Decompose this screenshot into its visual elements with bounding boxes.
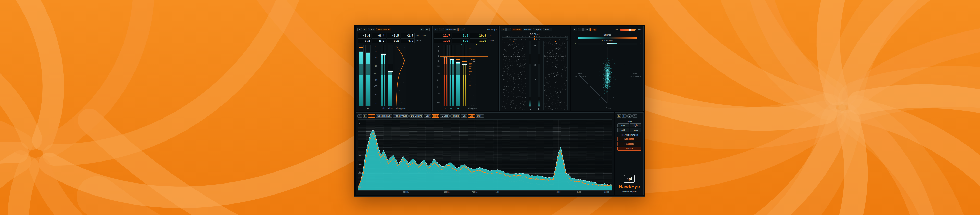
meter-peak-line (450, 59, 454, 59)
frequency-axis-label: 250Hz (403, 191, 409, 193)
button-label: Log (469, 115, 473, 117)
phase-f-button[interactable]: F (578, 28, 583, 32)
button-label: 1/3 Octave (411, 115, 422, 117)
spectrum-k-button[interactable]: K (357, 114, 362, 118)
hr-audio-check-title: HR Audio Check (615, 133, 643, 136)
solo-mid-button[interactable]: Mid (617, 128, 629, 132)
dc-offset-header: KFPatternDistribDepthInvert (500, 26, 570, 32)
meter-split (368, 45, 368, 106)
meter-fs-button[interactable]: FS▾ (368, 28, 375, 32)
gonio-right-label: Side Out of Phase (629, 72, 641, 78)
button-label: Monitor (626, 148, 633, 150)
button-label: Pattern (513, 29, 520, 31)
spectrum-fft-button[interactable]: FFT (368, 114, 375, 118)
balance-section: Balance L R Correlation -1 +1 (571, 32, 643, 45)
spectrum-hold-button[interactable]: Hold (431, 114, 439, 118)
meter-track (449, 45, 454, 106)
meter-hold-tick (359, 47, 363, 48)
chevron-down-icon: ▾ (481, 115, 482, 117)
spectrum-bar-button[interactable]: Bar (424, 114, 431, 118)
spectrum-1-3-octave-button[interactable]: 1/3 Octave (409, 114, 424, 118)
meter-track (359, 45, 364, 106)
hawkeye-plugin-window: KFFS▾RMS + EdR LR -0.4-0.4-0.5-2.7dBTP H… (354, 24, 645, 197)
scale-tick-label: -30 (372, 85, 379, 87)
spectrum-canvas (358, 120, 612, 191)
hr-transpose-button[interactable]: Transpose (617, 142, 641, 146)
chevron-down-icon: ▾ (455, 29, 456, 31)
side-f-button[interactable]: F (622, 114, 627, 118)
bit-channel-label: R (538, 108, 540, 110)
hr-monitor-button[interactable]: Monitor (617, 147, 641, 151)
loudness-item-button[interactable]: ---▾ (458, 28, 465, 32)
meter-bar (462, 45, 467, 110)
solo-left-button[interactable]: Left (617, 124, 629, 127)
bit-hold-tick (538, 42, 540, 42)
dc-pattern-button[interactable]: Pattern (512, 28, 522, 32)
button-label: F (364, 115, 366, 117)
solo-side-button[interactable]: Side (630, 128, 641, 132)
correlation-max-label: +1 (638, 42, 641, 45)
gonio-left-label: Side Out of Phase (574, 72, 586, 78)
meter-rms-edr-button[interactable]: RMS + EdR (376, 28, 391, 32)
dc-invert-button[interactable]: Invert (543, 28, 552, 32)
meter-peak-line (381, 54, 386, 55)
side-k-button[interactable]: K (617, 114, 621, 118)
dc-k-button[interactable]: K (501, 28, 506, 32)
slider-knob[interactable] (628, 29, 631, 31)
solo-right-button[interactable]: Right (630, 124, 641, 127)
side-pencil-icon-button[interactable]: ✎ (632, 114, 638, 118)
frequency-axis-label: 500Hz (444, 191, 449, 193)
spectrum-r-solo-button[interactable]: R Solo (450, 114, 460, 118)
pattern-display-left (502, 41, 526, 110)
chevron-down-icon: ▾ (463, 29, 464, 31)
button-label: Spectrogram (377, 115, 391, 117)
side-l-button[interactable]: L (627, 114, 632, 118)
spectrum-pano-phase-button[interactable]: Pano/Phase (393, 114, 409, 118)
loudness-f-button[interactable]: F (439, 28, 444, 32)
scale-tick-label: -24 (372, 79, 379, 81)
meter-k-button[interactable]: K (357, 28, 362, 32)
scale-tick-label: -6 (372, 56, 379, 58)
peak-readouts: -0.4-0.4-0.5-2.7dBTP Hold-0.8-0.7-0.8-4.… (356, 32, 431, 43)
spectrum-l-solo-button[interactable]: L Solo (440, 114, 450, 118)
hr-audio-check-buttons: BandpassTransposeMonitor (615, 137, 643, 151)
loudness-readouts: 11.78.810.9LU-12.0-8.9-11.0LUFS (433, 32, 498, 43)
button-label: F (579, 29, 581, 31)
hr-bandpass-button[interactable]: Bandpass (617, 137, 641, 141)
readout-row: 11.78.810.9LU (433, 32, 498, 38)
loudness-timeline-button[interactable]: Timeline▾ (445, 28, 458, 32)
meter-channel-r-button[interactable]: R (425, 28, 430, 32)
meter-channel-l-button[interactable]: L (420, 28, 424, 32)
loudness-k-button[interactable]: K (434, 28, 438, 32)
button-label: Transpose (624, 143, 635, 145)
scale-tick-label: -30 (435, 85, 441, 88)
dc-distrib-button[interactable]: Distrib (523, 28, 533, 32)
button-label: Lin (463, 115, 466, 117)
readout-value: -0.5 (387, 33, 401, 38)
spectrum-80k-button[interactable]: 80k▾ (476, 114, 484, 118)
fast-hold-slider[interactable] (620, 29, 636, 31)
meter-f-button[interactable]: F (363, 28, 367, 32)
spectrum-lin-button[interactable]: Lin (461, 114, 467, 118)
db-axis-label: -12 (359, 133, 362, 136)
meter-peak-line (443, 57, 447, 57)
meter-peak-line (463, 64, 466, 64)
meter-hold-tick (388, 67, 393, 67)
phase-log-button[interactable]: Log (590, 28, 597, 32)
loudness-panel: KFTimeline▾---▾ LU Target 11.78.810.9LU-… (432, 26, 498, 111)
spectrum-log-button[interactable]: Log (468, 114, 475, 118)
brand-block: spl HawkEye Audio Analyzer (615, 175, 643, 195)
phase-k-button[interactable]: K (573, 28, 577, 32)
level-meter-panel: KFFS▾RMS + EdR LR -0.4-0.4-0.5-2.7dBTP H… (356, 26, 431, 111)
phase-lin-button[interactable]: Lin (584, 28, 590, 32)
bit-scale-label: 64 (532, 44, 537, 47)
dc-f-button[interactable]: F (506, 28, 511, 32)
spectrum-f-button[interactable]: F (363, 114, 367, 118)
sample-pattern-displays: L6432168R (500, 40, 570, 111)
product-name: HawkEye (619, 184, 640, 189)
spectrum-spectrogram-button[interactable]: Spectrogram (376, 114, 392, 118)
readout-value: -0.8 (358, 39, 371, 43)
dc-depth-button[interactable]: Depth (533, 28, 542, 32)
product-subtitle: Audio Analyzer (622, 191, 637, 193)
meter-peak-line (388, 71, 393, 72)
